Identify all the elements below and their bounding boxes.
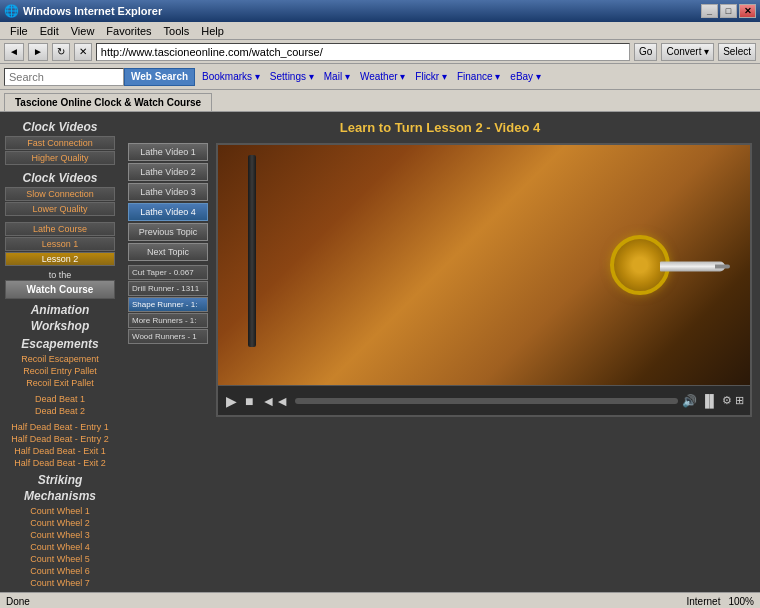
fast-connection-btn[interactable]: Fast Connection <box>5 136 115 150</box>
active-tab[interactable]: Tascione Online Clock & Watch Course <box>4 93 212 111</box>
title-bar-controls: _ □ ✕ <box>701 4 756 18</box>
playlist-item-0[interactable]: Cut Taper - 0.067 <box>128 265 208 280</box>
search-button[interactable]: Web Search <box>124 68 195 86</box>
content-area: Clock Videos Fast Connection Higher Qual… <box>0 112 760 592</box>
play-button[interactable]: ▶ <box>224 393 239 409</box>
menu-favorites[interactable]: Favorites <box>100 25 157 37</box>
weather-link[interactable]: Weather ▾ <box>357 71 408 82</box>
lathe-course-btn[interactable]: Lathe Course <box>5 222 115 236</box>
lathe-video-2-btn[interactable]: Lathe Video 2 <box>128 163 208 181</box>
half-dead-entry1-link[interactable]: Half Dead Beat - Entry 1 <box>5 421 115 433</box>
lesson2-btn[interactable]: Lesson 2 <box>5 252 115 266</box>
refresh-button[interactable]: ↻ <box>52 43 70 61</box>
menu-view[interactable]: View <box>65 25 101 37</box>
stop-button[interactable]: ■ <box>243 393 255 409</box>
count-wheel-1[interactable]: Count Wheel 1 <box>5 505 115 517</box>
mail-link[interactable]: Mail ▾ <box>321 71 353 82</box>
half-dead-entry2-link[interactable]: Half Dead Beat - Entry 2 <box>5 433 115 445</box>
watch-course-btn[interactable]: Watch Course <box>5 280 115 299</box>
clock-videos-fast-title: Clock Videos <box>5 120 115 134</box>
playlist-item-4[interactable]: Wood Runners - 1 <box>128 329 208 344</box>
slow-connection-btn[interactable]: Slow Connection <box>5 187 115 201</box>
search-input[interactable] <box>4 68 124 86</box>
count-wheel-5[interactable]: Count Wheel 5 <box>5 553 115 565</box>
video-player: ▶ ■ ◄◄ 🔊 ▐▌ ⚙ ⊞ <box>216 143 752 417</box>
player-icon-group: ⚙ ⊞ <box>722 394 744 407</box>
recoil-entry-link[interactable]: Recoil Entry Pallet <box>5 365 115 377</box>
striking-title2: Mechanisms <box>5 489 115 503</box>
dead-beat-1-link[interactable]: Dead Beat 1 <box>5 393 115 405</box>
count-wheel-3[interactable]: Count Wheel 3 <box>5 529 115 541</box>
flickr-link[interactable]: Flickr ▾ <box>412 71 450 82</box>
count-wheel-2[interactable]: Count Wheel 2 <box>5 517 115 529</box>
search-toolbar: Web Search Bookmarks ▾ Settings ▾ Mail ▾… <box>0 64 760 90</box>
striking-title1: Striking <box>5 473 115 487</box>
stop-button[interactable]: ✕ <box>74 43 92 61</box>
recoil-escapement-link[interactable]: Recoil Escapement <box>5 353 115 365</box>
video-image <box>218 145 750 385</box>
nav-btns-row: Previous Topic <box>128 223 208 241</box>
back-button[interactable]: ◄ <box>4 43 24 61</box>
animation-title2: Workshop <box>5 319 115 333</box>
previous-topic-btn[interactable]: Previous Topic <box>128 223 208 241</box>
playlist-item-1[interactable]: Drill Runner - 1311 <box>128 281 208 296</box>
video-layout: Lathe Video 1 Lathe Video 2 Lathe Video … <box>128 143 752 417</box>
convert-button[interactable]: Convert ▾ <box>661 43 714 61</box>
status-bar: Done Internet 100% <box>0 592 760 608</box>
count-wheel-6[interactable]: Count Wheel 6 <box>5 565 115 577</box>
count-wheel-7[interactable]: Count Wheel 7 <box>5 577 115 589</box>
player-controls: ▶ ■ ◄◄ 🔊 ▐▌ ⚙ ⊞ <box>218 385 750 415</box>
menu-help[interactable]: Help <box>195 25 230 37</box>
fullscreen-icon[interactable]: ⊞ <box>735 394 744 407</box>
menu-file[interactable]: File <box>4 25 34 37</box>
lower-quality-btn[interactable]: Lower Quality <box>5 202 115 216</box>
ebay-link[interactable]: eBay ▾ <box>507 71 544 82</box>
finance-link[interactable]: Finance ▾ <box>454 71 503 82</box>
recoil-exit-link[interactable]: Recoil Exit Pallet <box>5 377 115 389</box>
maximize-button[interactable]: □ <box>720 4 737 18</box>
status-text: Done <box>6 596 30 607</box>
half-dead-exit1-link[interactable]: Half Dead Beat - Exit 1 <box>5 445 115 457</box>
speaker-bar: ▐▌ <box>701 394 718 408</box>
window-title: Windows Internet Explorer <box>23 5 162 17</box>
menu-tools[interactable]: Tools <box>158 25 196 37</box>
higher-quality-btn[interactable]: Higher Quality <box>5 151 115 165</box>
menu-bar: File Edit View Favorites Tools Help <box>0 22 760 40</box>
playlist-item-3[interactable]: More Runners - 1: <box>128 313 208 328</box>
go-button[interactable]: Go <box>634 43 657 61</box>
zoom-label: 100% <box>728 596 754 607</box>
title-bar: 🌐 Windows Internet Explorer _ □ ✕ <box>0 0 760 22</box>
address-input[interactable] <box>96 43 630 61</box>
search-box: Web Search <box>4 68 195 86</box>
bookmarks-link[interactable]: Bookmarks ▾ <box>199 71 263 82</box>
address-bar: ◄ ► ↻ ✕ Go Convert ▾ Select <box>0 40 760 64</box>
select-button[interactable]: Select <box>718 43 756 61</box>
ie-icon: 🌐 <box>4 4 19 18</box>
status-right: Internet 100% <box>687 596 755 607</box>
volume-icon[interactable]: 🔊 <box>682 394 697 408</box>
rewind-button[interactable]: ◄◄ <box>259 393 291 409</box>
menu-edit[interactable]: Edit <box>34 25 65 37</box>
dead-beat-2-link[interactable]: Dead Beat 2 <box>5 405 115 417</box>
next-topic-btn[interactable]: Next Topic <box>128 243 208 261</box>
forward-button[interactable]: ► <box>28 43 48 61</box>
zone-label: Internet <box>687 596 721 607</box>
main-area: Learn to Turn Lesson 2 - Video 4 Lathe V… <box>120 112 760 592</box>
video-title: Learn to Turn Lesson 2 - Video 4 <box>128 120 752 135</box>
settings-icon[interactable]: ⚙ <box>722 394 732 407</box>
lathe-video-1-btn[interactable]: Lathe Video 1 <box>128 143 208 161</box>
playlist-item-2[interactable]: Shape Runner - 1: <box>128 297 208 312</box>
escapements-title: Escapements <box>5 337 115 351</box>
clock-videos-slow-title: Clock Videos <box>5 171 115 185</box>
progress-bar[interactable] <box>295 398 678 404</box>
close-button[interactable]: ✕ <box>739 4 756 18</box>
half-dead-exit2-link[interactable]: Half Dead Beat - Exit 2 <box>5 457 115 469</box>
minimize-button[interactable]: _ <box>701 4 718 18</box>
count-wheel-4[interactable]: Count Wheel 4 <box>5 541 115 553</box>
tab-bar: Tascione Online Clock & Watch Course <box>0 90 760 112</box>
lathe-video-3-btn[interactable]: Lathe Video 3 <box>128 183 208 201</box>
settings-link[interactable]: Settings ▾ <box>267 71 317 82</box>
sidebar: Clock Videos Fast Connection Higher Qual… <box>0 112 120 592</box>
lesson1-btn[interactable]: Lesson 1 <box>5 237 115 251</box>
lathe-video-4-btn[interactable]: Lathe Video 4 <box>128 203 208 221</box>
